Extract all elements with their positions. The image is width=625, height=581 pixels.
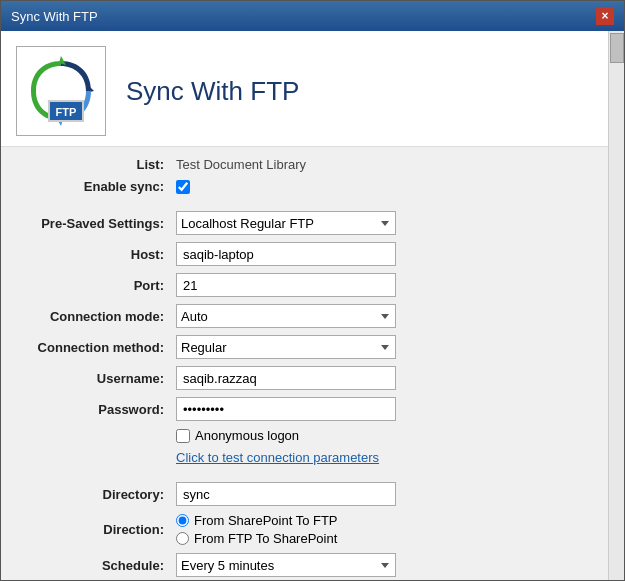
host-label: Host: bbox=[21, 247, 176, 262]
port-label: Port: bbox=[21, 278, 176, 293]
schedule-row: Schedule: Every 5 minutes Every 10 minut… bbox=[21, 553, 588, 577]
scrollbar[interactable] bbox=[608, 31, 624, 580]
dialog-body: FTP Sync With FTP List: Test Document Li… bbox=[1, 31, 624, 580]
page-title: Sync With FTP bbox=[126, 76, 299, 107]
connection-mode-select[interactable]: Auto bbox=[176, 304, 396, 328]
direction-radio-group: From SharePoint To FTP From FTP To Share… bbox=[176, 513, 338, 546]
connection-mode-row: Connection mode: Auto bbox=[21, 304, 588, 328]
direction-row: Direction: From SharePoint To FTP From F… bbox=[21, 513, 588, 546]
port-input[interactable] bbox=[176, 273, 396, 297]
list-label: List: bbox=[21, 157, 176, 172]
directory-label: Directory: bbox=[21, 487, 176, 502]
form-section: List: Test Document Library Enable sync:… bbox=[1, 147, 608, 580]
connection-method-select[interactable]: Regular bbox=[176, 335, 396, 359]
list-value: Test Document Library bbox=[176, 157, 306, 172]
direction-option1-label[interactable]: From SharePoint To FTP bbox=[176, 513, 338, 528]
enable-sync-label: Enable sync: bbox=[21, 179, 176, 194]
logo-box: FTP bbox=[16, 46, 106, 136]
main-content: FTP Sync With FTP List: Test Document Li… bbox=[1, 31, 608, 580]
header-section: FTP Sync With FTP bbox=[1, 31, 608, 147]
connection-mode-label: Connection mode: bbox=[21, 309, 176, 324]
connection-method-row: Connection method: Regular bbox=[21, 335, 588, 359]
enable-sync-checkbox[interactable] bbox=[176, 180, 190, 194]
schedule-label: Schedule: bbox=[21, 558, 176, 573]
directory-row: Directory: bbox=[21, 482, 588, 506]
svg-text:FTP: FTP bbox=[56, 106, 77, 118]
close-button[interactable]: × bbox=[596, 7, 614, 25]
pre-saved-label: Pre-Saved Settings: bbox=[21, 216, 176, 231]
anonymous-row: Anonymous logon bbox=[21, 428, 588, 443]
list-row: List: Test Document Library bbox=[21, 157, 588, 172]
host-input[interactable] bbox=[176, 242, 396, 266]
password-label: Password: bbox=[21, 402, 176, 417]
password-input[interactable] bbox=[176, 397, 396, 421]
test-connection-row: Click to test connection parameters bbox=[21, 450, 588, 465]
ftp-logo-icon: FTP bbox=[21, 51, 101, 131]
port-row: Port: bbox=[21, 273, 588, 297]
direction-option2-text: From FTP To SharePoint bbox=[194, 531, 337, 546]
direction-radio-1[interactable] bbox=[176, 514, 189, 527]
direction-option2-label[interactable]: From FTP To SharePoint bbox=[176, 531, 338, 546]
directory-input[interactable] bbox=[176, 482, 396, 506]
scrollbar-thumb[interactable] bbox=[610, 33, 624, 63]
direction-option1-text: From SharePoint To FTP bbox=[194, 513, 338, 528]
username-row: Username: bbox=[21, 366, 588, 390]
direction-radio-2[interactable] bbox=[176, 532, 189, 545]
sync-with-ftp-dialog: Sync With FTP × bbox=[0, 0, 625, 581]
password-row: Password: bbox=[21, 397, 588, 421]
direction-label: Direction: bbox=[21, 522, 176, 537]
host-row: Host: bbox=[21, 242, 588, 266]
username-input[interactable] bbox=[176, 366, 396, 390]
title-bar: Sync With FTP × bbox=[1, 1, 624, 31]
dialog-title: Sync With FTP bbox=[11, 9, 98, 24]
username-label: Username: bbox=[21, 371, 176, 386]
test-connection-link[interactable]: Click to test connection parameters bbox=[176, 450, 379, 465]
connection-method-label: Connection method: bbox=[21, 340, 176, 355]
pre-saved-select[interactable]: Localhost Regular FTP bbox=[176, 211, 396, 235]
schedule-select[interactable]: Every 5 minutes Every 10 minutes Every 3… bbox=[176, 553, 396, 577]
anonymous-label: Anonymous logon bbox=[195, 428, 299, 443]
anonymous-checkbox[interactable] bbox=[176, 429, 190, 443]
enable-sync-row: Enable sync: bbox=[21, 179, 588, 194]
pre-saved-row: Pre-Saved Settings: Localhost Regular FT… bbox=[21, 211, 588, 235]
